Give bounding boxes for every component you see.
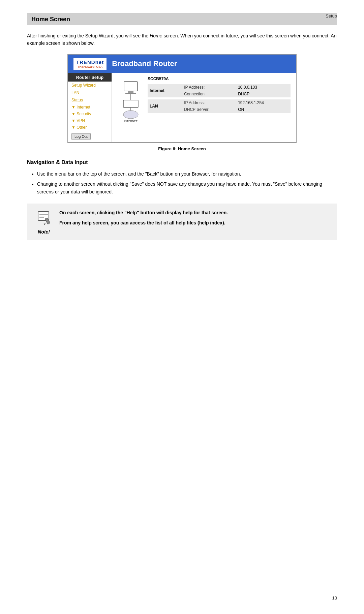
- note-text-line1: On each screen, clicking the "Help" butt…: [59, 209, 228, 216]
- sidebar-vpn[interactable]: ▼ VPN: [68, 117, 112, 124]
- sidebar-status[interactable]: Status: [68, 96, 112, 104]
- note-icon-area: Note!: [34, 209, 54, 235]
- sidebar-setup-wizard[interactable]: Setup Wizard: [68, 82, 112, 89]
- lan-dhcp-label: DHCP Server:: [182, 106, 236, 113]
- svg-rect-1: [128, 91, 133, 93]
- network-diagram: INTERNET: [117, 80, 144, 120]
- internet-label: Internet: [148, 84, 182, 97]
- sidebar-logout-container: Log Out: [71, 133, 108, 140]
- lan-ip-label: IP Address:: [182, 99, 236, 106]
- nav-bullet-2: Changing to another screen without click…: [37, 180, 337, 195]
- note-text-content: On each screen, clicking the "Help" butt…: [59, 209, 228, 229]
- intro-paragraph: After finishing or exiting the Setup Wiz…: [27, 32, 337, 47]
- svg-rect-0: [124, 82, 138, 91]
- page-number: 13: [332, 595, 337, 601]
- sidebar-other[interactable]: ▼ Other: [68, 124, 112, 131]
- router-logo: TRENDnet TRENDware, USA: [73, 58, 107, 70]
- sidebar-lan[interactable]: LAN: [68, 89, 112, 96]
- sidebar-internet[interactable]: ▼ Internet: [68, 104, 112, 111]
- router-header: TRENDnet TRENDware, USA Broadband Router: [68, 55, 296, 73]
- svg-rect-12: [45, 218, 50, 224]
- status-table: Internet IP Address: 10.0.0.103 Connecti…: [148, 84, 291, 113]
- svg-rect-4: [123, 100, 138, 108]
- status-info: SCCB579A Internet IP Address: 10.0.0.103…: [148, 76, 291, 113]
- nav-bullet-list: Use the menu bar on the top of the scree…: [37, 170, 337, 195]
- svg-point-6: [123, 111, 138, 119]
- note-box: Note! On each screen, clicking the "Help…: [27, 204, 337, 240]
- section-title-home-screen: Home Screen: [27, 13, 337, 25]
- internet-conn-label: Connection:: [182, 91, 236, 97]
- svg-marker-13: [43, 223, 46, 225]
- lan-dhcp-value: ON: [236, 106, 291, 113]
- router-screenshot: TRENDnet TRENDware, USA Broadband Router…: [67, 54, 297, 143]
- sidebar-header: Router Setup: [68, 73, 112, 82]
- internet-ip-label: IP Address:: [182, 84, 236, 91]
- figure-caption: Figure 6: Home Screen: [27, 146, 337, 151]
- lan-ip-value: 192.168.1.254: [236, 99, 291, 106]
- svg-rect-2: [125, 93, 136, 94]
- sidebar-security[interactable]: ▼ Security: [68, 111, 112, 117]
- lan-label: LAN: [148, 99, 182, 113]
- nav-section-title: Navigation & Data Input: [27, 159, 337, 165]
- router-title: Broadband Router: [112, 59, 177, 68]
- nav-bullet-1: Use the menu bar on the top of the scree…: [37, 170, 337, 178]
- device-id: SCCB579A: [148, 76, 291, 81]
- note-text-line2: From any help screen, you can access the…: [59, 219, 228, 226]
- internet-conn-value: DHCP: [236, 91, 291, 97]
- router-main-content: INTERNET SCCB579A Internet IP Address: 1…: [112, 73, 296, 142]
- page-header-setup: Setup: [326, 13, 337, 19]
- note-label: Note!: [38, 229, 50, 235]
- svg-text:INTERNET: INTERNET: [124, 120, 138, 123]
- internet-ip-value: 10.0.0.103: [236, 84, 291, 91]
- logout-button[interactable]: Log Out: [71, 133, 91, 140]
- brand-name: TRENDnet: [76, 59, 104, 65]
- pencil-icon: [35, 209, 52, 228]
- router-sidebar: Router Setup Setup Wizard LAN Status ▼ I…: [68, 73, 112, 142]
- brand-sub: TRENDware, USA: [78, 65, 102, 68]
- router-body: Router Setup Setup Wizard LAN Status ▼ I…: [68, 73, 296, 142]
